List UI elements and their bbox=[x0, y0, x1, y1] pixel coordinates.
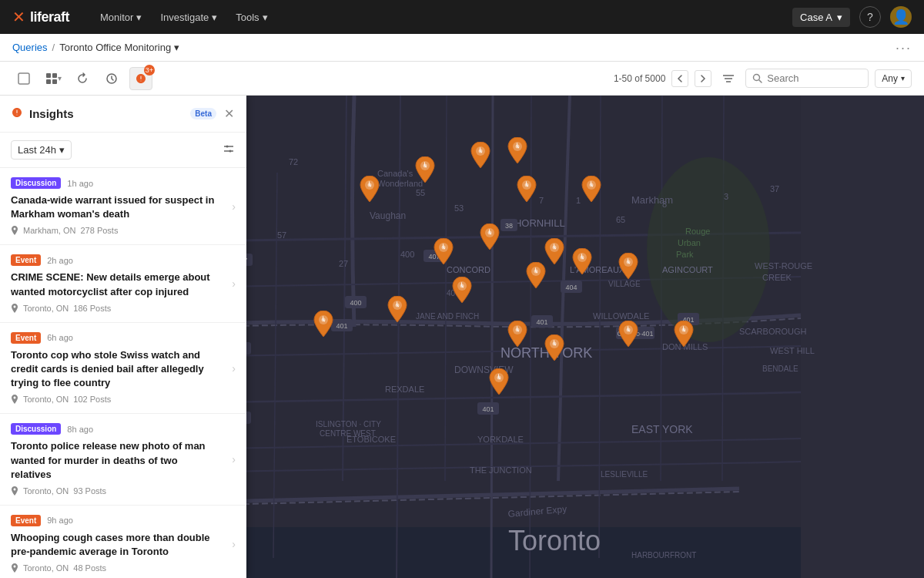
user-avatar[interactable]: 👤 bbox=[890, 6, 912, 28]
case-label: Case A bbox=[800, 12, 832, 23]
view-toggle-button[interactable]: ▾ bbox=[42, 67, 65, 90]
map-pin[interactable] bbox=[414, 156, 436, 183]
pin-svg bbox=[470, 142, 491, 168]
insight-footer: Toronto, ON 186 Posts bbox=[11, 304, 236, 313]
svg-text:7: 7 bbox=[539, 196, 544, 205]
insights-button[interactable]: 3+ bbox=[129, 67, 152, 90]
map-pin[interactable] bbox=[470, 142, 491, 168]
map-pin[interactable] bbox=[618, 253, 639, 279]
filter-button[interactable] bbox=[718, 68, 739, 89]
insight-list-item[interactable]: Discussion 8h ago Toronto police release… bbox=[0, 414, 246, 506]
breadcrumb-separator: / bbox=[52, 42, 55, 53]
insight-meta: Event 2h ago bbox=[11, 254, 236, 266]
location-pin-icon bbox=[11, 563, 18, 573]
case-selector[interactable]: Case A ▾ bbox=[792, 8, 850, 27]
chevron-down-icon: ▾ bbox=[136, 12, 142, 23]
chevron-right-icon: › bbox=[232, 453, 236, 465]
help-button[interactable]: ? bbox=[859, 6, 881, 28]
breadcrumb-bar: Queries / Toronto Office Monitoring ▾ ··… bbox=[0, 34, 924, 62]
insights-title: Insights bbox=[29, 107, 184, 120]
map-pin[interactable] bbox=[451, 277, 473, 303]
svg-text:YORKDALE: YORKDALE bbox=[477, 435, 524, 444]
pin-svg bbox=[544, 334, 565, 361]
map-pin[interactable] bbox=[488, 368, 510, 395]
svg-point-86 bbox=[368, 183, 372, 187]
svg-point-104 bbox=[396, 304, 400, 307]
insight-list-item[interactable]: Event 2h ago CRIME SCENE: New details em… bbox=[0, 245, 246, 322]
prev-page-button[interactable] bbox=[671, 70, 688, 87]
logo[interactable]: ✕ liferaft bbox=[12, 8, 69, 26]
history-button[interactable] bbox=[100, 67, 123, 90]
svg-text:Rouge: Rouge bbox=[685, 227, 710, 236]
any-filter-button[interactable]: Any ▾ bbox=[875, 69, 912, 88]
insight-time: 9h ago bbox=[47, 516, 73, 525]
map-pin[interactable] bbox=[387, 296, 408, 322]
map-pin[interactable] bbox=[571, 248, 593, 274]
search-box[interactable] bbox=[745, 69, 869, 88]
svg-rect-3 bbox=[46, 79, 51, 84]
svg-text:WEST HILL: WEST HILL bbox=[770, 346, 815, 355]
nav-tools[interactable]: Tools ▾ bbox=[228, 7, 275, 28]
filter-settings-button[interactable] bbox=[222, 142, 236, 159]
svg-point-106 bbox=[460, 284, 464, 288]
svg-text:Toronto: Toronto bbox=[508, 525, 601, 556]
nav-monitor[interactable]: Monitor ▾ bbox=[92, 7, 149, 28]
refresh-button[interactable] bbox=[71, 67, 94, 90]
map-pin[interactable] bbox=[581, 176, 602, 202]
map-pin[interactable] bbox=[313, 311, 334, 337]
pin-svg bbox=[507, 321, 528, 347]
more-options-button[interactable]: ··· bbox=[896, 41, 912, 55]
map-pin[interactable] bbox=[433, 238, 454, 264]
svg-text:38: 38 bbox=[505, 222, 513, 230]
pin-svg bbox=[387, 296, 408, 322]
svg-point-13 bbox=[647, 157, 770, 342]
map-pin[interactable] bbox=[544, 238, 565, 264]
insight-tag: Discussion bbox=[11, 177, 61, 189]
svg-text:WILLOWDALE: WILLOWDALE bbox=[593, 311, 649, 321]
time-filter-button[interactable]: Last 24h ▾ bbox=[11, 140, 72, 160]
map-pin[interactable] bbox=[507, 137, 528, 163]
map-pin[interactable] bbox=[525, 262, 547, 288]
insight-list-item[interactable]: Discussion 1h ago Canada-wide warrant is… bbox=[0, 168, 246, 245]
svg-text:BENDALE: BENDALE bbox=[762, 365, 798, 373]
svg-text:REXDALE: REXDALE bbox=[385, 385, 424, 394]
pin-svg bbox=[673, 321, 695, 347]
insight-post-count: 93 Posts bbox=[73, 486, 106, 496]
breadcrumb-queries-link[interactable]: Queries bbox=[12, 42, 48, 53]
svg-text:37: 37 bbox=[770, 184, 779, 193]
search-input[interactable] bbox=[767, 72, 844, 84]
svg-text:CENTRE WEST: CENTRE WEST bbox=[320, 429, 376, 438]
svg-text:EAST YORK: EAST YORK bbox=[631, 423, 693, 435]
map-pin[interactable] bbox=[516, 176, 537, 202]
svg-text:Park: Park bbox=[676, 250, 694, 259]
chevron-right-icon: › bbox=[232, 538, 236, 550]
svg-text:CREEK: CREEK bbox=[762, 273, 792, 282]
map-pin[interactable] bbox=[544, 334, 565, 361]
pin-svg bbox=[581, 176, 602, 202]
logo-icon: ✕ bbox=[12, 8, 25, 26]
map-pin[interactable] bbox=[618, 321, 639, 347]
svg-text:57: 57 bbox=[277, 230, 286, 240]
close-insights-button[interactable]: ✕ bbox=[223, 105, 236, 123]
map-pin[interactable] bbox=[359, 176, 380, 202]
insights-panel: Insights Beta ✕ Last 24h ▾ Discussion 1h… bbox=[0, 96, 246, 578]
svg-text:THE JUNCTION: THE JUNCTION bbox=[470, 465, 532, 475]
next-page-button[interactable] bbox=[695, 70, 711, 87]
insight-list-item[interactable]: Event 9h ago Whooping cough cases more t… bbox=[0, 506, 246, 578]
svg-point-112 bbox=[581, 255, 584, 259]
svg-text:VILLAGE: VILLAGE bbox=[608, 280, 641, 288]
map-pin[interactable] bbox=[479, 223, 500, 250]
map-pin[interactable] bbox=[673, 321, 695, 347]
chevron-down-icon[interactable]: ▾ bbox=[174, 42, 179, 53]
svg-rect-2 bbox=[52, 73, 57, 78]
pin-svg bbox=[571, 248, 593, 274]
svg-text:Urban: Urban bbox=[678, 238, 701, 247]
insight-post-count: 186 Posts bbox=[73, 304, 111, 313]
nav-investigate[interactable]: Investigate ▾ bbox=[152, 7, 225, 28]
svg-text:Vaughan: Vaughan bbox=[370, 210, 406, 221]
insight-list-item[interactable]: Event 6h ago Toronto cop who stole Swiss… bbox=[0, 323, 246, 415]
insight-footer: Toronto, ON 102 Posts bbox=[11, 395, 236, 404]
checkbox-button[interactable] bbox=[12, 67, 35, 90]
clock-icon bbox=[105, 72, 118, 85]
map-pin[interactable] bbox=[507, 321, 528, 347]
